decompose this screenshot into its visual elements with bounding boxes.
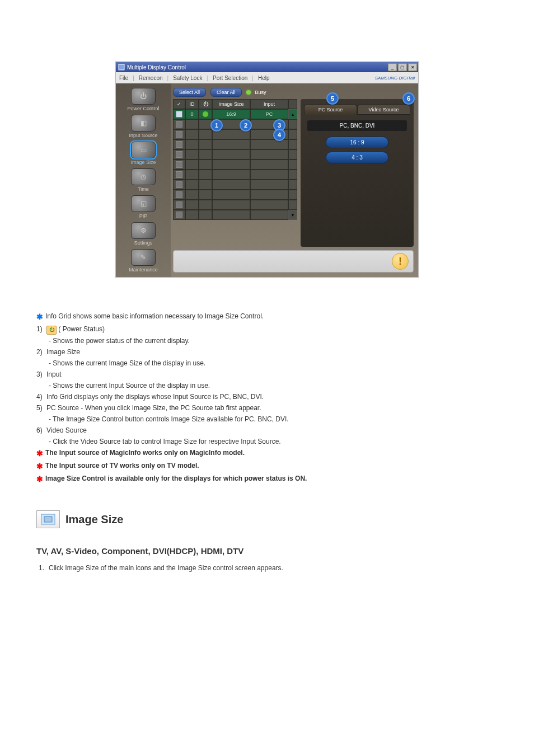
menu-port-selection[interactable]: Port Selection: [213, 75, 247, 81]
app-window: Multiple Display Control _ ▢ ✕ File | Re…: [115, 62, 419, 278]
image-size-icon: ▭: [131, 142, 156, 158]
grid-header-power: ⏻: [199, 99, 212, 109]
row-checkbox[interactable]: [176, 201, 182, 208]
callout-5: 5: [326, 92, 339, 105]
row-checkbox[interactable]: [176, 111, 182, 118]
row-input: PC: [250, 109, 288, 119]
row-checkbox[interactable]: [176, 191, 182, 198]
image-size-section-icon: [36, 510, 60, 528]
table-row[interactable]: [173, 190, 297, 200]
pip-icon: ◱: [131, 195, 156, 212]
menu-remocon[interactable]: Remocon: [139, 75, 163, 81]
select-all-button[interactable]: Select All: [173, 88, 206, 97]
menu-safety-lock[interactable]: Safety Lock: [173, 75, 202, 81]
star-icon: ✱: [36, 448, 43, 459]
sidebar-item-settings[interactable]: ⚙ Settings: [121, 222, 166, 246]
table-row[interactable]: 4: [173, 129, 297, 139]
grid-header-scroll: [288, 99, 297, 109]
clear-all-button[interactable]: Clear All: [210, 88, 242, 97]
table-row[interactable]: ▼: [173, 210, 297, 220]
step-text: Click Image Size of the main icons and t…: [49, 563, 283, 573]
tab-pc-source[interactable]: PC Source: [304, 105, 357, 115]
list-number: 1): [36, 324, 46, 334]
source-label: PC, BNC, DVI: [307, 120, 407, 131]
table-row[interactable]: 0 16:9 PC ▲: [173, 109, 297, 119]
power-on-icon: [202, 111, 209, 118]
menu-file[interactable]: File: [119, 75, 128, 81]
list-item: Input: [46, 369, 62, 379]
svg-rect-2: [44, 516, 52, 522]
list-desc: - Click the Video Source tab to control …: [49, 436, 498, 447]
list-desc: - Shows the power status of the current …: [49, 336, 498, 346]
brand-label: SAMSUNG DIGITall: [375, 76, 415, 81]
ratio-16-9-button[interactable]: 16 : 9: [326, 137, 388, 148]
sidebar-item-label: Input Source: [129, 133, 157, 138]
table-row[interactable]: [173, 170, 297, 180]
note-text: The Input source of TV works only on TV …: [45, 461, 199, 471]
ratio-4-3-button[interactable]: 4 : 3: [326, 152, 388, 163]
scroll-up-button[interactable]: ▲: [288, 109, 297, 119]
section-title: Image Size: [65, 511, 123, 528]
list-desc: - Shows the current Image Size of the di…: [49, 358, 498, 368]
busy-label: Busy: [255, 90, 266, 95]
sidebar-item-input-source[interactable]: ◧ Input Source: [121, 115, 166, 138]
row-checkbox[interactable]: [176, 171, 182, 178]
menu-help[interactable]: Help: [258, 75, 270, 81]
sidebar-item-image-size[interactable]: ▭ Image Size: [121, 142, 166, 165]
gear-icon: ⚙: [131, 222, 156, 239]
sidebar-item-pip[interactable]: ◱ PIP: [121, 195, 166, 219]
input-source-icon: ◧: [131, 115, 156, 132]
power-status-icon: ⏻: [46, 326, 57, 335]
star-icon: ✱: [36, 311, 43, 323]
list-number: 3): [36, 369, 46, 379]
document-body: ✱ Info Grid shows some basic information…: [36, 311, 498, 573]
star-icon: ✱: [36, 473, 43, 485]
svg-rect-0: [119, 64, 124, 70]
list-number: 4): [36, 392, 46, 402]
note-text: Image Size Control is available only for…: [45, 473, 307, 483]
callout-6: 6: [402, 92, 415, 105]
sidebar-item-label: PIP: [139, 213, 148, 219]
warning-icon: !: [392, 253, 409, 270]
table-row[interactable]: [173, 159, 297, 170]
control-panel: 5 6 PC Source Video Source PC, BNC, DVI …: [301, 99, 414, 247]
row-checkbox[interactable]: [176, 121, 182, 128]
close-button[interactable]: ✕: [408, 63, 417, 71]
intro-text: Info Grid shows some basic information n…: [45, 311, 264, 321]
maximize-button[interactable]: ▢: [398, 63, 407, 71]
list-desc: - Shows the current Input Source of the …: [49, 381, 498, 391]
table-row[interactable]: 123: [173, 119, 297, 129]
row-checkbox[interactable]: [176, 151, 182, 158]
row-checkbox[interactable]: [176, 131, 182, 138]
power-icon: ⏻: [131, 88, 156, 105]
minimize-button[interactable]: _: [388, 63, 397, 71]
table-row[interactable]: [173, 149, 297, 159]
tab-video-source[interactable]: Video Source: [357, 105, 410, 115]
row-checkbox[interactable]: [176, 141, 182, 148]
sidebar-item-label: Maintenance: [129, 267, 158, 273]
sidebar-item-label: Image Size: [130, 159, 156, 165]
sidebar-item-label: Time: [138, 186, 149, 192]
list-desc: - The Image Size Control button controls…: [49, 414, 498, 424]
sidebar-item-maintenance[interactable]: ✎ Maintenance: [121, 249, 166, 273]
clock-icon: ◷: [131, 168, 156, 185]
sidebar-item-label: Settings: [134, 240, 153, 246]
table-row[interactable]: [173, 180, 297, 190]
sidebar-item-power-control[interactable]: ⏻ Power Control: [121, 88, 166, 111]
row-checkbox[interactable]: [176, 181, 182, 188]
row-checkbox[interactable]: [176, 161, 182, 168]
grid-header-check[interactable]: ✓: [173, 99, 185, 109]
list-item: Image Size: [46, 347, 80, 357]
list-number: 2): [36, 347, 46, 357]
callout-1: 1: [210, 119, 223, 132]
list-item: PC Source - When you click Image Size, t…: [46, 403, 261, 413]
grid-header-image-size: Image Size: [212, 99, 250, 109]
list-number: 6): [36, 425, 46, 435]
list-number: 5): [36, 403, 46, 413]
star-icon: ✱: [36, 461, 43, 472]
scroll-down-button[interactable]: ▼: [288, 210, 297, 220]
row-checkbox[interactable]: [176, 212, 182, 218]
sidebar-item-time[interactable]: ◷ Time: [121, 168, 166, 192]
grid-header-input: Input: [250, 99, 288, 109]
table-row[interactable]: [173, 200, 297, 210]
